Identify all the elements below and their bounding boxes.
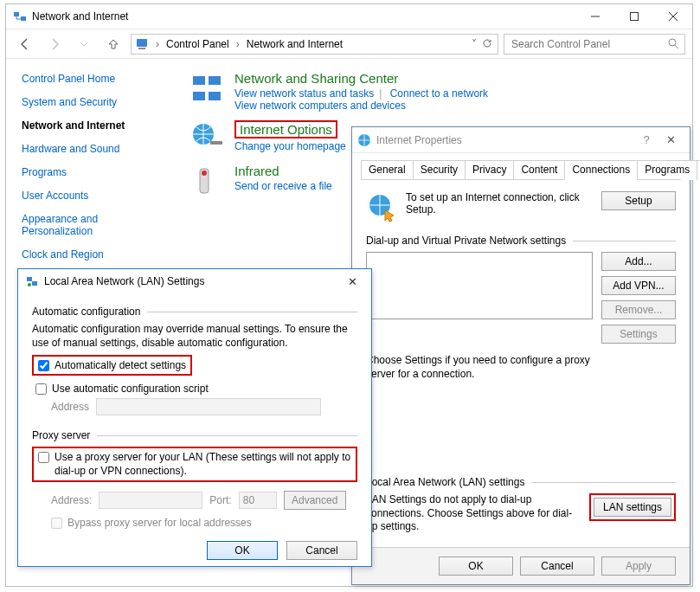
sidebar-item-1[interactable]: Network and Internet bbox=[22, 119, 169, 132]
add-button[interactable]: Add... bbox=[601, 252, 676, 271]
svg-rect-0 bbox=[14, 12, 19, 16]
tab-privacy[interactable]: Privacy bbox=[465, 160, 514, 180]
proxy-advanced-button: Advanced bbox=[284, 491, 346, 510]
breadcrumb-1[interactable]: Network and Internet bbox=[247, 38, 343, 50]
address-dropdown[interactable]: ˅ bbox=[468, 38, 480, 50]
cat0-link2[interactable]: View network computers and devices bbox=[234, 100, 406, 112]
cat2-link0[interactable]: Send or receive a file bbox=[234, 180, 332, 192]
back-button[interactable] bbox=[13, 32, 37, 56]
address-bar[interactable]: Control Panel Network and Internet ˅ bbox=[131, 34, 498, 55]
script-address-input bbox=[96, 398, 321, 415]
add-vpn-button[interactable]: Add VPN... bbox=[601, 276, 676, 295]
lan-header: Local Area Network (LAN) settings bbox=[366, 476, 524, 488]
svg-point-18 bbox=[28, 283, 31, 286]
use-script-label: Use automatic configuration script bbox=[52, 383, 209, 395]
category-network-sharing: Network and Sharing Center View network … bbox=[189, 71, 682, 112]
tab-connections[interactable]: Connections bbox=[564, 160, 638, 180]
lan-icon bbox=[25, 274, 39, 288]
svg-point-13 bbox=[202, 171, 207, 176]
maximize-button[interactable] bbox=[614, 4, 653, 29]
tab-content[interactable]: Content bbox=[513, 160, 565, 180]
proxy-port-label: Port: bbox=[209, 494, 231, 506]
proxy-use-checkbox[interactable] bbox=[38, 452, 49, 463]
lan-ok-button[interactable]: OK bbox=[207, 541, 278, 560]
lan-button-row: OK Cancel bbox=[18, 529, 371, 572]
control-panel-icon bbox=[135, 37, 149, 51]
setup-text: To set up an Internet connection, click … bbox=[406, 191, 593, 216]
up-button[interactable] bbox=[101, 32, 125, 56]
forward-button[interactable] bbox=[42, 32, 67, 56]
dial-settings-button: Settings bbox=[601, 325, 676, 344]
sidebar-item-2[interactable]: Hardware and Sound bbox=[22, 143, 169, 155]
ip-cancel-button[interactable]: Cancel bbox=[520, 557, 594, 576]
tab-programs[interactable]: Programs bbox=[637, 160, 697, 180]
setup-button[interactable]: Setup bbox=[601, 191, 676, 210]
proxy-port-input: 80 bbox=[239, 492, 277, 509]
ip-ok-button[interactable]: OK bbox=[439, 557, 513, 576]
sidebar-item-3[interactable]: Programs bbox=[22, 166, 169, 178]
svg-rect-17 bbox=[32, 281, 37, 286]
sidebar-item-0[interactable]: System and Security bbox=[22, 96, 169, 108]
svg-rect-7 bbox=[209, 76, 221, 85]
proxy-header: Proxy server bbox=[32, 429, 90, 441]
cat0-link0[interactable]: View network status and tasks bbox=[234, 87, 374, 100]
choose-settings-text: Choose Settings if you need to configure… bbox=[366, 354, 591, 381]
internet-options-icon bbox=[189, 120, 224, 155]
search-box[interactable] bbox=[504, 34, 685, 55]
cat0-link1[interactable]: Connect to a network bbox=[390, 87, 488, 100]
ip-close-button[interactable]: ✕ bbox=[657, 133, 684, 146]
proxy-use-label: Use a proxy server for your LAN (These s… bbox=[55, 451, 351, 478]
sidebar-item-4[interactable]: User Accounts bbox=[22, 190, 169, 202]
script-address-label: Address bbox=[51, 401, 89, 413]
help-button[interactable]: ? bbox=[636, 133, 657, 146]
connection-wizard-icon bbox=[366, 191, 397, 222]
tab-general[interactable]: General bbox=[361, 160, 414, 180]
globe-icon bbox=[357, 133, 371, 147]
category-title-2[interactable]: Infrared bbox=[234, 164, 332, 178]
ip-button-row: OK Cancel Apply bbox=[352, 547, 690, 584]
lan-settings-button[interactable]: LAN settings bbox=[594, 498, 671, 517]
dialup-listbox[interactable] bbox=[366, 252, 593, 319]
svg-rect-4 bbox=[138, 48, 145, 49]
lan-desc: LAN Settings do not apply to dial-up con… bbox=[366, 493, 581, 534]
ip-body: To set up an Internet connection, click … bbox=[352, 181, 690, 541]
network-sharing-icon bbox=[189, 71, 224, 106]
search-icon bbox=[668, 38, 679, 49]
auto-detect-row: Automatically detect settings bbox=[38, 359, 186, 371]
lan-title: Local Area Network (LAN) Settings bbox=[44, 275, 340, 287]
bypass-label: Bypass proxy server for local addresses bbox=[67, 517, 252, 529]
proxy-address-label: Address: bbox=[51, 494, 92, 506]
recent-dropdown[interactable] bbox=[72, 32, 96, 56]
auto-config-header: Automatic configuration bbox=[32, 306, 140, 318]
lan-settings-dialog: Local Area Network (LAN) Settings ✕ Auto… bbox=[17, 268, 372, 567]
bypass-checkbox bbox=[51, 518, 62, 529]
proxy-address-input bbox=[99, 492, 202, 509]
refresh-button[interactable] bbox=[482, 38, 494, 50]
ip-titlebar: Internet Properties ? ✕ bbox=[352, 127, 690, 153]
minimize-button[interactable] bbox=[575, 4, 614, 29]
svg-rect-9 bbox=[209, 92, 221, 100]
toolbar: Control Panel Network and Internet ˅ bbox=[6, 29, 692, 59]
sidebar-item-6[interactable]: Clock and Region bbox=[22, 248, 169, 261]
titlebar: Network and Internet bbox=[6, 4, 692, 29]
close-button[interactable] bbox=[653, 4, 692, 29]
lan-cancel-button[interactable]: Cancel bbox=[286, 541, 357, 560]
sidebar-item-5[interactable]: Appearance and Personalization bbox=[22, 213, 151, 237]
category-title-0[interactable]: Network and Sharing Center bbox=[234, 71, 488, 86]
auto-detect-label: Automatically detect settings bbox=[55, 359, 186, 371]
tab-advanced[interactable]: Advanced bbox=[697, 160, 700, 180]
use-script-row: Use automatic configuration script bbox=[35, 383, 357, 395]
sidebar-home[interactable]: Control Panel Home bbox=[22, 73, 169, 85]
auto-detect-checkbox[interactable] bbox=[38, 360, 49, 371]
category-title-1[interactable]: Internet Options bbox=[234, 120, 337, 138]
lan-close-button[interactable]: ✕ bbox=[340, 275, 364, 288]
tab-security[interactable]: Security bbox=[413, 160, 466, 180]
ip-title: Internet Properties bbox=[376, 134, 636, 146]
lan-button-highlight: LAN settings bbox=[589, 493, 676, 521]
cat1-link0[interactable]: Change your homepage bbox=[234, 140, 346, 152]
internet-properties-dialog: Internet Properties ? ✕ General Security… bbox=[351, 126, 690, 585]
breadcrumb-0[interactable]: Control Panel bbox=[166, 38, 229, 50]
network-icon bbox=[13, 10, 27, 23]
search-input[interactable] bbox=[510, 37, 663, 51]
use-script-checkbox[interactable] bbox=[35, 383, 47, 395]
